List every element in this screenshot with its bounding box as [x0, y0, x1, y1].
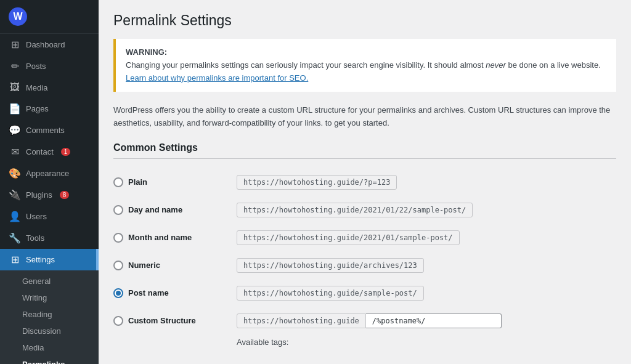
dashboard-icon: ⊞	[9, 39, 21, 51]
sidebar-item-posts[interactable]: ✏ Posts	[0, 55, 99, 77]
custom-label: Custom Structure	[128, 316, 196, 325]
radio-plain[interactable]	[113, 177, 123, 187]
day-name-url: https://howtohosting.guide/2021/01/22/sa…	[237, 203, 473, 217]
sidebar-item-label: Posts	[26, 62, 46, 71]
sidebar-item-label: Dashboard	[26, 40, 65, 49]
radio-day-name[interactable]	[113, 205, 123, 215]
sidebar-item-label: Comments	[26, 126, 65, 135]
post-name-url: https://howtohosting.guide/sample-post/	[237, 286, 424, 301]
plain-value: https://howtohosting.guide/?p=123	[237, 175, 616, 190]
main-content: Permalink Settings WARNING: Changing you…	[99, 0, 631, 364]
month-name-url: https://howtohosting.guide/2021/01/sampl…	[237, 230, 460, 245]
common-settings-title: Common Settings	[113, 142, 616, 159]
sidebar-item-media[interactable]: 🖼 Media	[0, 77, 99, 98]
post-name-value: https://howtohosting.guide/sample-post/	[237, 286, 616, 301]
plain-label: Plain	[128, 177, 147, 187]
custom-label-container[interactable]: Custom Structure	[113, 316, 237, 326]
sidebar-item-dashboard[interactable]: ⊞ Dashboard	[0, 34, 99, 55]
month-name-value: https://howtohosting.guide/2021/01/sampl…	[237, 230, 616, 245]
pages-icon: 📄	[9, 103, 21, 115]
plugins-badge: 8	[60, 191, 70, 199]
submenu-permalinks[interactable]: Permalinks	[0, 356, 99, 364]
sidebar-item-pages[interactable]: 📄 Pages	[0, 98, 99, 119]
sidebar-item-label: Users	[26, 212, 47, 221]
sidebar-item-label: Appearance	[26, 169, 69, 178]
submenu-reading[interactable]: Reading	[0, 306, 99, 323]
contact-badge: 1	[61, 148, 71, 156]
description-text: WordPress offers you the ability to crea…	[113, 104, 616, 130]
warning-title: WARNING:	[126, 47, 167, 57]
custom-value: https://howtohosting.guide	[237, 313, 616, 328]
numeric-value: https://howtohosting.guide/archives/123	[237, 258, 616, 273]
numeric-label: Numeric	[128, 261, 160, 270]
sidebar-item-label: Plugins	[26, 190, 52, 200]
sidebar-item-settings[interactable]: ⊞ Settings	[0, 249, 99, 270]
users-icon: 👤	[9, 211, 21, 222]
day-name-label-container[interactable]: Day and name	[113, 205, 237, 215]
custom-url-prefix: https://howtohosting.guide	[237, 313, 366, 328]
radio-custom[interactable]	[113, 316, 123, 326]
sidebar-item-comments[interactable]: 💬 Comments	[0, 119, 99, 141]
plain-label-container[interactable]: Plain	[113, 177, 237, 187]
month-name-label-container[interactable]: Month and name	[113, 233, 237, 243]
option-day-name: Day and name https://howtohosting.guide/…	[113, 196, 616, 224]
settings-icon: ⊞	[9, 254, 21, 265]
numeric-url: https://howtohosting.guide/archives/123	[237, 258, 424, 273]
submenu-general[interactable]: General	[0, 273, 99, 289]
warning-link[interactable]: Learn about why permalinks are important…	[126, 73, 308, 83]
sidebar-item-label: Media	[26, 83, 47, 92]
wp-logo-icon: W	[9, 7, 27, 26]
appearance-icon: 🎨	[9, 168, 21, 179]
sidebar-logo: W	[0, 0, 99, 34]
available-tags: Available tags:	[113, 338, 616, 347]
custom-input-container: https://howtohosting.guide	[237, 313, 502, 328]
custom-structure-input[interactable]	[366, 313, 502, 328]
sidebar-item-tools[interactable]: 🔧 Tools	[0, 227, 99, 249]
media-icon: 🖼	[9, 82, 21, 93]
sidebar-item-contact[interactable]: ✉ Contact 1	[0, 141, 99, 163]
contact-icon: ✉	[9, 146, 21, 158]
numeric-label-container[interactable]: Numeric	[113, 261, 237, 270]
month-name-label: Month and name	[128, 233, 192, 242]
plain-url: https://howtohosting.guide/?p=123	[237, 175, 397, 190]
comments-icon: 💬	[9, 124, 21, 136]
day-name-value: https://howtohosting.guide/2021/01/22/sa…	[237, 203, 616, 217]
sidebar-item-appearance[interactable]: 🎨 Appearance	[0, 163, 99, 184]
option-custom: Custom Structure https://howtohosting.gu…	[113, 307, 616, 335]
sidebar: W ⊞ Dashboard ✏ Posts 🖼 Media 📄 Pages 💬 …	[0, 0, 99, 364]
option-plain: Plain https://howtohosting.guide/?p=123	[113, 169, 616, 196]
available-tags-label: Available tags:	[237, 338, 288, 347]
option-post-name: Post name https://howtohosting.guide/sam…	[113, 280, 616, 307]
radio-numeric[interactable]	[113, 261, 123, 270]
warning-text: Changing your permalinks settings can se…	[126, 60, 601, 70]
post-name-label: Post name	[128, 288, 169, 297]
sidebar-item-label: Tools	[26, 233, 44, 243]
sidebar-item-label: Contact	[26, 147, 54, 156]
posts-icon: ✏	[9, 60, 21, 72]
submenu-writing[interactable]: Writing	[0, 289, 99, 306]
sidebar-item-label: Pages	[26, 104, 49, 113]
submenu-media[interactable]: Media	[0, 339, 99, 356]
day-name-label: Day and name	[128, 205, 182, 214]
sidebar-item-label: Settings	[26, 255, 55, 264]
option-numeric: Numeric https://howtohosting.guide/archi…	[113, 252, 616, 280]
sidebar-item-users[interactable]: 👤 Users	[0, 206, 99, 227]
settings-submenu: General Writing Reading Discussion Media…	[0, 270, 99, 364]
tools-icon: 🔧	[9, 232, 21, 244]
sidebar-item-plugins[interactable]: 🔌 Plugins 8	[0, 184, 99, 206]
warning-box: WARNING: Changing your permalinks settin…	[113, 39, 616, 92]
post-name-label-container[interactable]: Post name	[113, 288, 237, 298]
radio-month-name[interactable]	[113, 233, 123, 243]
radio-post-name[interactable]	[113, 288, 123, 298]
submenu-discussion[interactable]: Discussion	[0, 323, 99, 339]
option-month-name: Month and name https://howtohosting.guid…	[113, 224, 616, 252]
page-title: Permalink Settings	[113, 12, 616, 29]
plugins-icon: 🔌	[9, 189, 21, 201]
